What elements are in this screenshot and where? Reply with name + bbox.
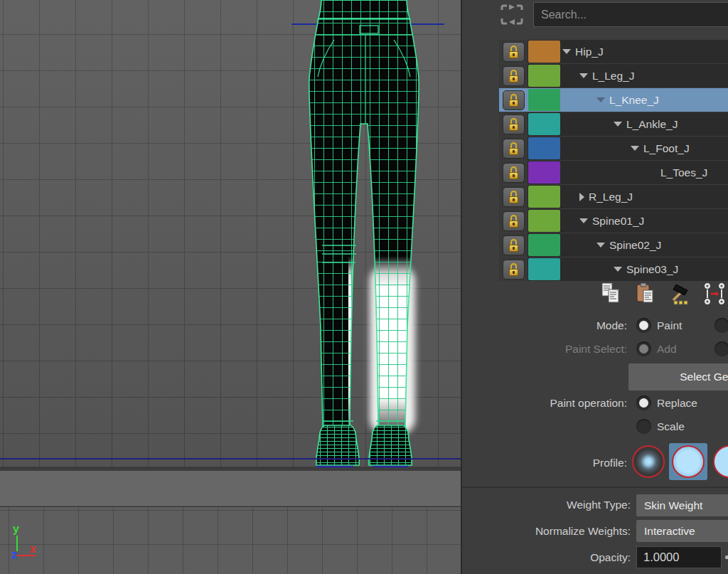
joint-name-cell[interactable]: L_Leg_J bbox=[561, 64, 728, 87]
joint-color-swatch[interactable] bbox=[528, 113, 560, 135]
section-separator bbox=[462, 487, 728, 488]
select-geometry-button[interactable]: Select Geometry bbox=[628, 363, 728, 390]
joint-name-cell[interactable]: Spine01_J bbox=[561, 209, 728, 233]
joint-color-swatch[interactable] bbox=[528, 234, 560, 256]
expand-arrow-icon[interactable] bbox=[596, 243, 605, 248]
joint-name-cell[interactable]: Hip_J bbox=[561, 40, 728, 63]
lock-cell bbox=[499, 40, 528, 63]
expand-arrow-icon[interactable] bbox=[579, 218, 588, 223]
opacity-slider[interactable] bbox=[725, 556, 728, 559]
joint-color-swatch[interactable] bbox=[528, 186, 560, 208]
expand-arrow-icon[interactable] bbox=[579, 73, 588, 78]
joint-color-swatch[interactable] bbox=[528, 65, 560, 87]
joint-row-L_Leg_J[interactable]: L_Leg_J bbox=[499, 64, 728, 87]
lock-cell bbox=[499, 185, 528, 208]
weight-type-label: Weight Type: bbox=[462, 499, 631, 511]
soft-brush-icon bbox=[672, 445, 705, 478]
lock-cell bbox=[499, 88, 528, 112]
expand-arrow-icon[interactable] bbox=[562, 49, 571, 54]
search-row bbox=[462, 0, 728, 31]
joint-color-cell bbox=[528, 161, 561, 184]
joint-row-Spine01_J[interactable]: Spine01_J bbox=[499, 209, 728, 233]
paste-weights-icon bbox=[633, 282, 656, 304]
viewport-area: y z x bbox=[0, 0, 461, 574]
lock-icon[interactable] bbox=[503, 115, 525, 134]
search-input[interactable] bbox=[533, 2, 728, 27]
expand-arrow-icon[interactable] bbox=[596, 97, 605, 102]
profile-solid-button[interactable] bbox=[712, 444, 728, 479]
joint-name-cell[interactable]: L_Knee_J bbox=[561, 88, 728, 112]
lock-icon[interactable] bbox=[503, 139, 525, 159]
paste-weights-button[interactable] bbox=[632, 280, 658, 306]
mode-paint-label: Paint bbox=[657, 319, 682, 332]
joint-name-cell[interactable]: Spine03_J bbox=[561, 257, 728, 281]
joint-name-label: L_Ankle_J bbox=[626, 118, 678, 131]
lock-icon[interactable] bbox=[503, 42, 525, 62]
mode-select-radio[interactable] bbox=[714, 318, 728, 333]
expand-arrow-icon[interactable] bbox=[631, 146, 639, 151]
joint-color-swatch[interactable] bbox=[528, 89, 560, 111]
joint-row-Spine03_J[interactable]: Spine03_J bbox=[499, 257, 728, 281]
lock-icon[interactable] bbox=[503, 66, 525, 86]
character-mesh[interactable] bbox=[0, 0, 461, 469]
opacity-input[interactable] bbox=[636, 546, 722, 568]
joint-name-cell[interactable]: L_Foot_J bbox=[561, 137, 728, 160]
joint-color-swatch[interactable] bbox=[528, 161, 560, 184]
lock-cell bbox=[499, 161, 528, 184]
profile-soft-button[interactable] bbox=[669, 443, 707, 480]
joint-name-label: Hip_J bbox=[575, 46, 604, 58]
joint-name-label: L_Knee_J bbox=[609, 94, 659, 107]
joint-row-L_Knee_J[interactable]: L_Knee_J bbox=[499, 88, 728, 112]
paint-skin-weights-window: y z x bbox=[0, 0, 728, 574]
viewport-second-view[interactable]: y z x bbox=[0, 507, 461, 574]
expand-arrow-icon[interactable] bbox=[614, 267, 622, 272]
paint-select-remove-radio[interactable] bbox=[714, 341, 728, 356]
lock-icon[interactable] bbox=[503, 235, 525, 255]
joint-color-cell bbox=[528, 185, 561, 208]
weight-type-dropdown[interactable]: Skin Weight bbox=[636, 494, 728, 516]
weight-hammer-button[interactable] bbox=[666, 280, 692, 306]
joint-row-L_Ankle_J[interactable]: L_Ankle_J bbox=[499, 112, 728, 136]
normalize-weights-dropdown[interactable]: Interactive bbox=[636, 520, 728, 542]
profile-gaussian-button[interactable] bbox=[631, 444, 666, 479]
lock-icon[interactable] bbox=[503, 90, 525, 110]
joint-name-cell[interactable]: R_Leg_J bbox=[561, 185, 728, 208]
expand-arrow-icon[interactable] bbox=[614, 122, 622, 127]
joint-name-cell[interactable]: L_Toes_J bbox=[561, 161, 728, 184]
joint-row-L_Foot_J[interactable]: L_Foot_J bbox=[499, 137, 728, 160]
joint-row-L_Toes_J[interactable]: L_Toes_J bbox=[499, 161, 728, 184]
mode-paint-radio[interactable] bbox=[636, 318, 651, 333]
lock-icon[interactable] bbox=[503, 163, 525, 183]
profile-label: Profile: bbox=[462, 457, 627, 469]
joint-color-swatch[interactable] bbox=[528, 210, 560, 232]
joint-name-label: Spine02_J bbox=[609, 239, 661, 252]
lock-icon[interactable] bbox=[503, 187, 525, 207]
joint-name-cell[interactable]: L_Ankle_J bbox=[561, 112, 728, 136]
joint-row-Spine02_J[interactable]: Spine02_J bbox=[499, 233, 728, 257]
lock-icon[interactable] bbox=[503, 260, 525, 280]
paint-select-add-radio[interactable] bbox=[636, 341, 651, 356]
replace-radio[interactable] bbox=[636, 395, 651, 410]
selection-filter-icon[interactable] bbox=[499, 3, 525, 26]
joint-color-swatch[interactable] bbox=[528, 41, 560, 63]
legs-mesh[interactable] bbox=[309, 18, 419, 437]
joint-color-swatch[interactable] bbox=[528, 137, 560, 159]
collapse-arrow-icon[interactable] bbox=[579, 193, 584, 201]
lock-cell bbox=[499, 257, 528, 281]
paint-select-add-label: Add bbox=[657, 343, 677, 356]
scale-radio[interactable] bbox=[636, 419, 651, 434]
joint-color-cell bbox=[528, 209, 561, 233]
move-weights-button[interactable] bbox=[700, 280, 726, 306]
copy-weights-button[interactable] bbox=[598, 280, 623, 306]
weights-toolbar bbox=[462, 280, 728, 306]
solid-brush-icon bbox=[713, 445, 728, 478]
joint-name-label: R_Leg_J bbox=[589, 191, 633, 203]
joint-row-R_Leg_J[interactable]: R_Leg_J bbox=[499, 185, 728, 208]
lock-icon[interactable] bbox=[503, 211, 525, 231]
viewport-front-view[interactable] bbox=[0, 0, 461, 469]
viewport-pane-divider[interactable] bbox=[0, 471, 461, 506]
joint-name-cell[interactable]: Spine02_J bbox=[561, 233, 728, 257]
joint-color-swatch[interactable] bbox=[528, 258, 560, 280]
torso-mesh[interactable] bbox=[318, 0, 410, 18]
joint-row-Hip_J[interactable]: Hip_J bbox=[499, 40, 728, 63]
